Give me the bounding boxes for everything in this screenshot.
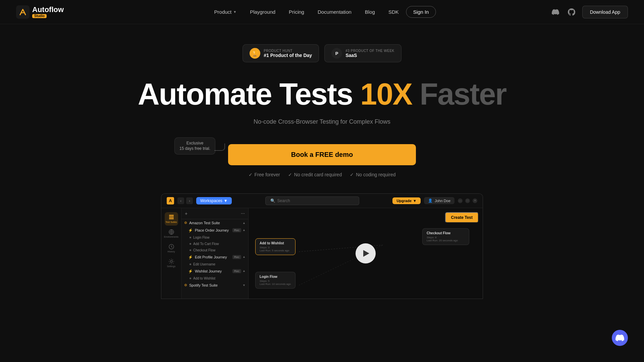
app-search-bar[interactable]: 🔍 Search: [265, 196, 359, 205]
workspace-button[interactable]: Workspaces ▼: [196, 197, 232, 204]
back-arrow[interactable]: ‹: [177, 197, 184, 204]
titlebar-right: Upgrade ▼ 👤 John Doe — □ ✕: [392, 197, 477, 204]
navbar-right: Download App: [550, 6, 628, 18]
main-toolbar: Create Test: [445, 212, 479, 223]
app-titlebar: A ‹ › Workspaces ▼ 🔍 Search Upgrade: [161, 194, 483, 208]
suite-amazon[interactable]: ⚙ Amazon Test Suite ▲: [181, 219, 248, 227]
headline-part2: 10X: [360, 77, 412, 111]
sidebar-label-test-suites: Test Suites: [165, 221, 177, 223]
test-status-dot: [190, 263, 191, 265]
node-last-run: Last Run: 10 seconds ago: [260, 283, 291, 286]
badge1-label: PRODUCT HUNT: [264, 49, 312, 53]
chevron-down-icon: ▼: [413, 199, 417, 203]
sidebar-label-history: History: [168, 250, 175, 253]
journey-badge: Rec: [232, 228, 241, 232]
close-button[interactable]: ✕: [473, 198, 477, 203]
user-button[interactable]: 👤 John Doe: [424, 197, 454, 204]
perk1-text: Free forever: [255, 172, 280, 177]
product-hunt-icon: 🏆: [250, 48, 260, 59]
chevron-down-icon: ▼: [233, 10, 236, 14]
logo-name: Autoflow: [32, 6, 64, 13]
app-main-canvas: Create Test Add to Wishlist Steps: 3 Las…: [249, 208, 483, 299]
check-icon-2: ✓: [288, 172, 292, 177]
journey-chevron-icon: ▲: [243, 255, 246, 259]
app-sidebar: Test Suites Environments History Setting…: [161, 208, 181, 299]
node-title: Checkout Flow: [427, 231, 465, 235]
perk-no-card: ✓ No credit card required: [288, 172, 342, 177]
github-nav-icon[interactable]: [566, 7, 577, 17]
discord-float-button[interactable]: [612, 330, 628, 346]
cta-area: Exclusive 15 days free trial. Book a FRE…: [228, 144, 416, 177]
nav-product[interactable]: Product ▼: [208, 6, 243, 17]
hero-badges: 🏆 PRODUCT HUNT #1 Product of the Day P #…: [243, 44, 401, 62]
product-week-badge: P #3 PRODUCT OF THE WEEK SaaS: [324, 44, 401, 62]
test-add-to-cart[interactable]: Add To Cart Flow: [181, 241, 248, 247]
svg-rect-2: [169, 217, 174, 218]
file-panel: + ⋯ ⚙ Amazon Test Suite ▲ ⚡: [181, 208, 249, 299]
journey-wishlist[interactable]: ⚡ Wishlist Journey Rec ▲: [181, 267, 248, 275]
test-status-dot: [190, 243, 191, 245]
signin-button[interactable]: Sign In: [406, 6, 436, 18]
discord-nav-icon[interactable]: [550, 7, 561, 17]
create-test-button[interactable]: Create Test: [445, 212, 479, 223]
exclusive-bubble: Exclusive 15 days free trial.: [174, 137, 215, 155]
panel-options-button[interactable]: ⋯: [241, 211, 245, 216]
badge2-label: #3 PRODUCT OF THE WEEK: [345, 49, 394, 53]
suite-spotify[interactable]: ⚙ Spotify Test Suite ▼: [181, 282, 248, 289]
logo-badge: Studio: [32, 14, 47, 18]
test-checkout-flow[interactable]: Checkout Flow: [181, 247, 248, 253]
upgrade-button[interactable]: Upgrade ▼: [392, 197, 421, 204]
node-last-run: Last Run: 20 seconds ago: [427, 239, 465, 242]
download-button[interactable]: Download App: [582, 6, 628, 18]
product-week-icon: P: [331, 48, 342, 59]
titlebar-left: A ‹ › Workspaces ▼: [167, 197, 232, 204]
flow-node-wishlist[interactable]: Add to Wishlist Steps: 3 Last Run: 5 sec…: [255, 238, 296, 255]
flow-node-checkout[interactable]: Checkout Flow Steps: 8 Last Run: 20 seco…: [422, 228, 469, 245]
perk2-text: No credit card required: [294, 172, 342, 177]
test-add-wishlist[interactable]: Add to Wishlist: [181, 275, 248, 282]
sidebar-item-history[interactable]: History: [165, 242, 178, 255]
journey-icon: ⚡: [188, 228, 193, 233]
chevron-down-icon: ▼: [224, 198, 228, 203]
node-title: Add to Wishlist: [260, 241, 291, 245]
journey-chevron-icon: ▲: [243, 269, 246, 273]
play-button[interactable]: [356, 243, 376, 263]
user-avatar-icon: 👤: [428, 198, 433, 203]
test-status-dot: [190, 237, 191, 238]
app-preview: A ‹ › Workspaces ▼ 🔍 Search Upgrade: [161, 193, 483, 299]
journey-place-order[interactable]: ⚡ Place Order Journey Rec ▲: [181, 227, 248, 234]
nav-center: Product ▼ Playground Pricing Documentati…: [208, 6, 436, 18]
perk-free: ✓ Free forever: [249, 172, 280, 177]
headline-part3: Faster: [412, 77, 506, 111]
cta-button[interactable]: Book a FREE demo: [228, 144, 416, 165]
maximize-button[interactable]: □: [465, 198, 470, 203]
sidebar-item-environments[interactable]: Environments: [165, 227, 178, 240]
sidebar-item-test-suites[interactable]: Test Suites: [165, 212, 178, 226]
test-login-flow[interactable]: Login Flow: [181, 234, 248, 241]
minimize-button[interactable]: —: [458, 198, 463, 203]
badge1-value: #1 Product of the Day: [264, 53, 312, 58]
add-suite-button[interactable]: +: [185, 211, 187, 216]
play-icon: [363, 250, 369, 257]
nav-sdk[interactable]: SDK: [382, 6, 405, 17]
journey-icon: ⚡: [188, 269, 193, 274]
nav-documentation[interactable]: Documentation: [312, 6, 358, 17]
sidebar-label-environments: Environments: [164, 236, 178, 238]
forward-arrow[interactable]: ›: [186, 197, 193, 204]
svg-rect-1: [169, 215, 174, 216]
flow-node-login[interactable]: Login Flow Steps: 5 Last Run: 10 seconds…: [255, 272, 296, 289]
panel-header: + ⋯: [181, 208, 248, 219]
app-logo-small: A: [167, 197, 174, 204]
test-edit-username[interactable]: Edit Username: [181, 261, 248, 267]
suite-name: Spotify Test Suite: [189, 283, 218, 287]
cta-perks: ✓ Free forever ✓ No credit card required…: [249, 172, 396, 177]
badge2-value: SaaS: [345, 53, 394, 58]
sidebar-item-settings[interactable]: Settings: [165, 256, 178, 270]
suite-chevron-icon: ▲: [243, 221, 246, 225]
nav-blog[interactable]: Blog: [359, 6, 381, 17]
search-icon: 🔍: [270, 198, 275, 203]
journey-edit-profile[interactable]: ⚡ Edit Profile Journey Rec ▲: [181, 253, 248, 261]
node-last-run: Last Run: 5 seconds ago: [260, 249, 291, 252]
nav-pricing[interactable]: Pricing: [283, 6, 310, 17]
nav-playground[interactable]: Playground: [244, 6, 281, 17]
